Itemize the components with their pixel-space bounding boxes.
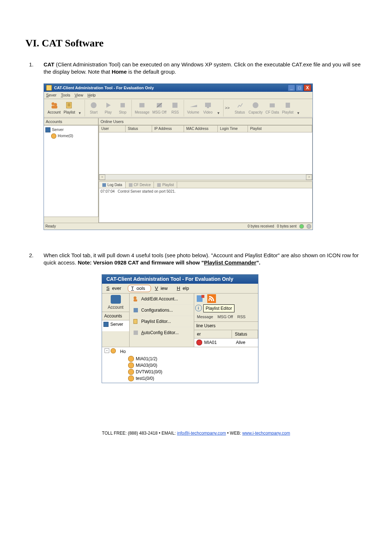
- tb-capacity[interactable]: Capacity: [248, 100, 264, 116]
- stop-icon: [119, 101, 127, 109]
- maximize-button[interactable]: □: [296, 85, 303, 91]
- msgoff-icon: [155, 101, 163, 109]
- close-button[interactable]: X: [304, 85, 311, 91]
- user-status-icon: [196, 340, 202, 345]
- tb-status[interactable]: Status: [233, 100, 246, 116]
- tree-root[interactable]: Server: [102, 320, 129, 331]
- tb-rss[interactable]: RSS: [168, 100, 181, 116]
- tab-cfdevice[interactable]: CF Device: [126, 182, 154, 188]
- tb-rss[interactable]: RSS: [236, 313, 247, 320]
- toolbar-row: Message MSG Off RSS: [194, 312, 258, 322]
- rss-icon: [207, 294, 216, 303]
- grid-header: User Status IP Address MAC Address Login…: [99, 125, 313, 132]
- window-title: CAT-Client Administration Tool - For Eva…: [54, 85, 154, 91]
- tree-node[interactable]: test1(0/0): [120, 375, 256, 382]
- capacity-icon: [252, 101, 260, 109]
- svg-point-14: [253, 102, 258, 108]
- menu-help[interactable]: Help: [174, 285, 194, 292]
- playlist2-icon: [284, 101, 292, 109]
- tab-playlist[interactable]: Playlist: [154, 182, 177, 188]
- tab-logdata[interactable]: Log Data: [99, 182, 126, 188]
- tb-start[interactable]: Start: [87, 100, 100, 116]
- tree-node-home[interactable]: Home(0): [45, 133, 97, 139]
- menu-sever[interactable]: Sever: [46, 93, 57, 98]
- tree-node[interactable]: DVTW01(0/0): [120, 369, 256, 375]
- statusbar: Ready 0 bytes received 0 bytes sent: [44, 223, 313, 230]
- col-status[interactable]: Status: [232, 330, 258, 338]
- tb-stop[interactable]: Stop: [116, 100, 129, 116]
- tb-message[interactable]: Message: [196, 313, 215, 320]
- user-grid-header: er Status: [194, 330, 258, 338]
- menu-view[interactable]: View: [152, 285, 173, 292]
- status-icon: [236, 101, 244, 109]
- col-user[interactable]: er: [194, 330, 232, 338]
- user-row[interactable]: MIA01 Alive: [194, 338, 258, 346]
- tooltip-playlist-editor: Playlist Editor: [203, 304, 235, 312]
- pl-editor-icon: [196, 294, 206, 303]
- tree-node[interactable]: MIA01(1/2): [120, 356, 256, 362]
- tb-playlist2[interactable]: Playlist: [281, 100, 294, 116]
- tb-account[interactable]: Account: [102, 294, 129, 312]
- tb-playlist[interactable]: Playlist: [63, 100, 76, 116]
- tb-video[interactable]: Video: [201, 100, 215, 116]
- log-icon: [102, 183, 106, 187]
- pl-editor-icon: [132, 318, 139, 325]
- led-tx-icon: [307, 224, 311, 229]
- svg-marker-11: [190, 105, 197, 107]
- chevron-down-icon[interactable]: ▾: [216, 110, 221, 116]
- grid-body[interactable]: [99, 132, 313, 175]
- col-ip[interactable]: IP Address: [152, 126, 184, 132]
- tree-node[interactable]: MIA03(0/0): [120, 362, 256, 369]
- footer-web-link[interactable]: www.i-techcompany.com: [242, 431, 290, 436]
- window-buttons: _ □ X: [288, 85, 311, 91]
- accounts-tree[interactable]: Server Home(0): [44, 125, 98, 217]
- menu-add-edit-account[interactable]: Add/Edit Account...: [130, 294, 194, 305]
- svg-rect-16: [286, 103, 290, 108]
- home-icon: [51, 134, 56, 139]
- svg-rect-3: [66, 102, 72, 108]
- col-playlist[interactable]: Playlist: [248, 126, 312, 132]
- menu-tools[interactable]: Tools: [61, 93, 70, 98]
- tree-collapse-icon[interactable]: -: [105, 348, 109, 353]
- col-login[interactable]: Login Time: [218, 126, 248, 132]
- scroll-right-icon[interactable]: >: [306, 175, 312, 180]
- menu-playlist-editor[interactable]: Playlist Editor...: [130, 316, 194, 327]
- start-icon: [90, 101, 98, 109]
- account-tree[interactable]: Ho MIA01(1/2) MIA03(0/0) DVTW01(0/0) tes…: [118, 347, 258, 383]
- scroll-left-icon[interactable]: <: [99, 175, 105, 180]
- svg-rect-12: [205, 103, 211, 107]
- col-status[interactable]: Status: [126, 126, 152, 132]
- footer-email-link[interactable]: info@i-techcompany.com: [177, 431, 226, 436]
- horizontal-scrollbar[interactable]: < >: [99, 175, 313, 180]
- svg-rect-13: [207, 107, 209, 108]
- tree-node-home[interactable]: Ho: [120, 348, 256, 356]
- tb-msgoff[interactable]: MSG Off: [216, 313, 234, 320]
- menu-tools[interactable]: Tools: [128, 285, 151, 292]
- tb-account[interactable]: Account: [47, 100, 61, 116]
- volume-icon: [189, 101, 197, 109]
- app-window-1: CAT-Client Administration Tool - For Eva…: [44, 83, 313, 230]
- col-user[interactable]: User: [99, 126, 126, 132]
- col-mac[interactable]: MAC Address: [184, 126, 218, 132]
- svg-rect-17: [102, 183, 106, 187]
- svg-rect-15: [270, 103, 275, 107]
- online-users-header: line Users: [194, 322, 258, 330]
- tb-message[interactable]: Message: [134, 100, 150, 116]
- info-icon: i: [195, 305, 202, 311]
- minimize-button[interactable]: _: [288, 85, 295, 91]
- tb-play[interactable]: Play: [102, 100, 115, 116]
- chevron-down-icon[interactable]: ▾: [77, 110, 82, 116]
- toolbar-more-icon[interactable]: >>: [224, 105, 231, 111]
- account-add-icon: [132, 296, 139, 302]
- tb-volume[interactable]: Volume: [186, 100, 200, 116]
- tb-cfdata[interactable]: CF Data: [265, 100, 280, 116]
- menu-autoconfig-editor[interactable]: AutoConfig Editor...: [130, 327, 194, 338]
- people-icon: [50, 101, 58, 109]
- chevron-down-icon[interactable]: ▾: [296, 110, 301, 116]
- menu-sever[interactable]: Sever: [104, 285, 126, 292]
- tb-msgoff[interactable]: MSG Off: [152, 100, 167, 116]
- menu-view[interactable]: View: [74, 93, 83, 98]
- menu-help[interactable]: Help: [87, 93, 96, 98]
- menu-configurations[interactable]: Configurations...: [130, 305, 194, 316]
- tree-node-server[interactable]: Server: [45, 127, 97, 133]
